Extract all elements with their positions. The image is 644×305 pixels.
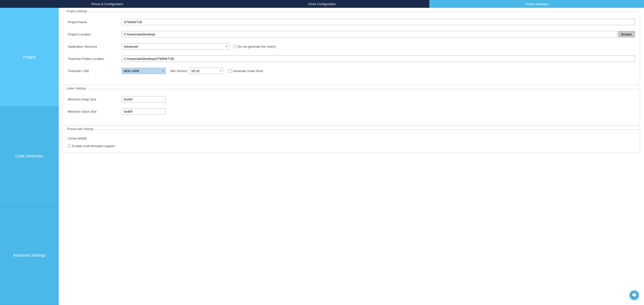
generate-under-root-checkbox[interactable]	[228, 69, 232, 73]
toolchain-ide-control: MDK-ARM STM32CubeIDE Makefile Min Versio…	[122, 68, 635, 74]
chat-bubble[interactable]: 💬	[629, 290, 639, 300]
min-heap-size-input[interactable]	[122, 96, 166, 102]
sidebar-item-project[interactable]: Project	[0, 8, 59, 107]
sidebar-item-advanced-settings[interactable]: Advanced Settings	[0, 206, 59, 305]
toolchain-ide-select[interactable]: MDK-ARM STM32CubeIDE Makefile	[122, 68, 166, 74]
browse-button[interactable]: Browse	[618, 31, 635, 37]
do-not-generate-checkbox[interactable]	[233, 45, 236, 48]
do-not-generate-label[interactable]: Do not generate the main()	[233, 45, 276, 48]
min-version-select-wrapper: V5.32 V5.27 V5.36	[189, 68, 224, 74]
min-stack-size-control	[122, 108, 635, 115]
project-settings-section: Project Settings Project Name Project Lo…	[63, 12, 640, 85]
sidebar: Project Code Generator Advanced Settings	[0, 8, 59, 305]
project-location-input[interactable]	[122, 31, 617, 37]
toolchain-ide-select-wrapper: MDK-ARM STM32CubeIDE Makefile	[122, 68, 166, 74]
min-version-label: Min Version	[170, 69, 187, 73]
min-stack-size-input[interactable]	[122, 108, 166, 115]
toolchain-folder-control	[122, 55, 635, 62]
tab-project-manager[interactable]: Project Manager	[430, 0, 644, 8]
sidebar-item-code-generator[interactable]: Code Generator	[0, 107, 59, 206]
linker-settings-section: Linker Settings Minimum Heap Size Minimu…	[63, 89, 640, 126]
min-stack-size-row: Minimum Stack Size	[68, 108, 635, 115]
top-navigation: Pinout & Configuration Clock Configurati…	[0, 0, 644, 8]
application-structure-label: Application Structure	[68, 45, 122, 48]
min-heap-size-label: Minimum Heap Size	[68, 97, 122, 101]
toolchain-folder-row: Toolchain Folder Location	[68, 55, 635, 62]
main-layout: Project Code Generator Advanced Settings…	[0, 8, 644, 305]
project-name-row: Project Name	[68, 19, 635, 25]
toolchain-folder-input[interactable]	[122, 55, 635, 62]
application-structure-select-wrapper: Advanced Basic	[122, 43, 229, 50]
location-input-group: Browse	[122, 31, 635, 37]
toolchain-ide-row: Toolchain / IDE MDK-ARM STM32CubeIDE Mak…	[68, 68, 635, 74]
application-structure-select[interactable]: Advanced Basic	[122, 43, 229, 50]
application-structure-control: Advanced Basic Do not generate the main(…	[122, 43, 635, 50]
project-location-control: Browse	[122, 31, 635, 37]
min-version-select[interactable]: V5.32 V5.27 V5.36	[189, 68, 224, 74]
project-name-control	[122, 19, 635, 25]
thread-safe-settings-title: Thread-safe Settings	[65, 127, 95, 131]
generate-under-root-label[interactable]: Generate Under Root	[228, 69, 263, 73]
toolchain-ide-group: MDK-ARM STM32CubeIDE Makefile Min Versio…	[122, 68, 635, 74]
toolchain-folder-label: Toolchain Folder Location	[68, 57, 122, 61]
enable-multi-threaded-label[interactable]: Enable multi-threaded support	[68, 144, 635, 148]
min-heap-size-control	[122, 96, 635, 102]
project-location-label: Project Location	[68, 32, 122, 36]
project-settings-title: Project Settings	[65, 9, 88, 13]
min-stack-size-label: Minimum Stack Size	[68, 110, 122, 113]
content-area: Project Settings Project Name Project Lo…	[59, 8, 644, 305]
linker-settings-title: Linker Settings	[65, 87, 87, 90]
project-name-input[interactable]	[122, 19, 635, 25]
tab-clock-configuration[interactable]: Clock Configuration	[215, 0, 430, 8]
cortex-text: Cortex-M4NS	[68, 137, 635, 140]
thread-safe-settings-section: Thread-safe Settings Cortex-M4NS Enable …	[63, 130, 640, 153]
min-version-group: Min Version V5.32 V5.27 V5.36	[170, 68, 224, 74]
toolchain-ide-label: Toolchain / IDE	[68, 69, 122, 73]
min-heap-size-row: Minimum Heap Size	[68, 96, 635, 102]
project-name-label: Project Name	[68, 20, 122, 24]
project-location-row: Project Location Browse	[68, 31, 635, 37]
application-structure-row: Application Structure Advanced Basic Do …	[68, 43, 635, 50]
tab-pinout-configuration[interactable]: Pinout & Configuration	[0, 0, 215, 8]
enable-multi-threaded-checkbox[interactable]	[68, 144, 71, 148]
